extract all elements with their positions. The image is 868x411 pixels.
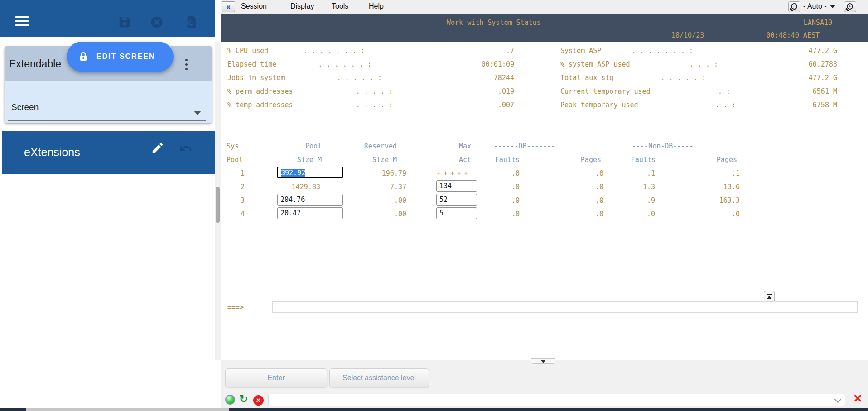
dropdown-underline [8,120,206,121]
status-value: 6758 M [813,101,837,109]
db-pages: .0 [595,169,603,177]
db-pages: .0 [595,196,603,205]
restore-document-icon[interactable] [184,15,198,29]
col-header-db-pages: Pages [581,156,601,164]
db-faults: .0 [511,196,520,205]
close-circle-icon[interactable] [150,15,164,29]
reserved-size: 196.79 [382,169,406,177]
col-header-ndb-faults: Faults [631,156,656,164]
status-value: .019 [498,87,514,96]
terminal-footer: Enter Select assistance level ↻ ✕ ✕ [221,360,868,411]
dot-leader: . : [718,87,730,96]
zoom-in-button[interactable]: + [844,1,856,12]
lock-icon [77,51,89,62]
max-act-input[interactable]: 134 [436,180,477,192]
pool-size-input[interactable]: 20.47 [277,207,343,219]
edit-pencil-icon[interactable] [151,141,164,157]
select-assistance-level-button[interactable]: Select assistance level [329,368,429,387]
db-faults: .0 [511,210,520,218]
scrollbar-thumb[interactable] [216,187,220,223]
edit-screen-label: EDIT SCREEN [96,53,155,61]
chevron-down-icon[interactable] [194,111,201,115]
save-icon[interactable] [118,15,131,29]
screen-dropdown[interactable]: Screen [11,102,39,112]
reserved-size: 7.37 [390,183,406,191]
sidebar-header [0,0,215,37]
status-value: 477.2 G [809,74,837,82]
reserved-size: .00 [394,196,406,205]
pool-size-input[interactable]: 204.76 [277,194,343,206]
panel-title: Extendable [9,58,61,70]
collapse-panel-handle[interactable] [531,358,555,364]
menu-help[interactable]: Help [369,2,384,10]
pool-number: 1 [241,169,245,177]
ndb-faults: .0 [647,210,655,218]
db-pages: .0 [595,183,603,191]
col-header-reserved: Reserved [364,142,397,150]
dot-leader: . . . . . : [337,74,382,82]
col-header-pool2: Pool [227,156,243,164]
status-value: 6561 M [813,87,837,96]
db-faults: .0 [511,169,520,177]
connection-status-led [225,395,235,405]
reserved-size: .00 [394,210,406,218]
dot-leader: . . : [715,101,736,109]
max-act-input[interactable]: 5 [436,207,477,219]
screen-time: 00:48:40 AEST [767,31,820,39]
refresh-icon[interactable]: ↻ [239,393,248,405]
kebab-menu-icon[interactable] [184,58,188,71]
col-header-db-faults: Faults [495,156,520,164]
stop-icon[interactable]: ✕ [253,395,264,406]
vertical-scrollbar[interactable] [215,42,221,360]
chevron-down-icon[interactable] [834,396,842,403]
zoom-level-dropdown[interactable]: - Auto - [803,2,835,12]
status-label: System ASP [560,47,601,55]
ndb-faults: .9 [647,196,655,205]
pool-number: 4 [241,210,245,218]
col-header-ndb-pages: Pages [717,156,737,164]
status-value: 00:01:09 [482,60,514,68]
zoom-out-button[interactable]: − [788,1,800,12]
bottom-edge-bar [0,408,868,411]
status-label: Total aux stg [560,74,613,82]
status-label: % perm addresses [227,87,293,96]
command-input[interactable] [272,301,858,313]
status-label: % CPU used [227,47,268,55]
status-label: Elapsed time [227,60,276,68]
undo-icon[interactable] [179,142,193,157]
ndb-pages: .1 [732,169,740,177]
enter-button[interactable]: Enter [225,368,327,387]
chevron-down-icon [540,360,546,363]
menu-display[interactable]: Display [290,2,314,10]
status-label: Peak temporary used [560,101,638,109]
status-message-field[interactable] [268,394,845,406]
screen-title: Work with System Status [447,19,541,27]
ndb-pages: .0 [732,210,740,218]
status-label: Current temporary used [560,87,651,96]
menu-session[interactable]: Session [241,2,267,10]
pool-size-input[interactable]: 392.92 [277,167,343,178]
collapse-sidebar-button[interactable]: « [222,1,235,12]
status-value: 78244 [494,74,514,82]
system-name: LANSA10 [804,19,832,27]
dot-leader: . . . . : [356,101,393,109]
max-act-input[interactable]: 52 [436,194,477,206]
edit-screen-button[interactable]: EDIT SCREEN [67,42,174,72]
arrow-to-top-icon [767,294,772,295]
extensions-title: eXtensions [24,146,80,159]
col-header-max: Max [459,142,471,150]
status-value: 60.2783 [809,60,837,68]
dot-leader: . . . : [690,60,718,68]
close-session-button[interactable]: ✕ [853,392,863,405]
status-value: .7 [506,47,514,55]
status-value: 477.2 G [809,47,837,55]
menu-tools[interactable]: Tools [332,2,348,10]
magnifier-minus-icon: − [791,3,797,10]
col-header-size-m: Size M [297,156,322,164]
col-header-pool: Pool [305,142,322,150]
dot-leader: . . . . . . : [318,60,371,68]
ndb-faults: .1 [647,169,655,177]
magnifier-plus-icon: + [847,3,853,10]
hamburger-menu-icon[interactable] [15,16,29,26]
ndb-pages: 163.3 [719,196,740,205]
